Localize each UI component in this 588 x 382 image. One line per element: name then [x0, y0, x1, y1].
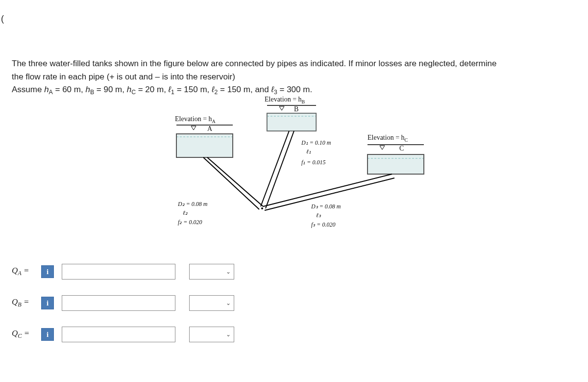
svg-text:D₁ = 0.10 m: D₁ = 0.10 m [301, 139, 331, 146]
label-qc: QC = [12, 329, 41, 340]
svg-text:D₃ = 0.08 m: D₃ = 0.08 m [311, 203, 341, 210]
label-qa: QA = [12, 266, 41, 277]
problem-line-1: The three water-filled tanks shown in th… [12, 58, 580, 70]
chevron-down-icon: ⌄ [226, 268, 231, 275]
svg-line-27 [263, 174, 392, 206]
svg-text:Elevation = hC: Elevation = hC [368, 134, 408, 143]
svg-rect-21 [368, 154, 424, 174]
svg-text:Elevation = hA: Elevation = hA [175, 115, 216, 124]
svg-line-23 [261, 131, 289, 206]
svg-line-25 [203, 157, 259, 209]
problem-text: The three water-filled tanks shown in th… [12, 58, 580, 98]
row-qa: QA = i ⌄ [12, 262, 234, 281]
problem-line-2: the flow rate in each pipe (+ is out and… [12, 71, 580, 83]
input-qc[interactable] [62, 327, 175, 342]
svg-line-26 [207, 157, 263, 206]
svg-marker-17 [380, 146, 385, 150]
chevron-down-icon: ⌄ [226, 331, 231, 338]
svg-text:D₂ = 0.08 m: D₂ = 0.08 m [177, 201, 208, 207]
chevron-down-icon: ⌄ [226, 300, 231, 306]
unit-select-qb[interactable]: ⌄ [189, 295, 234, 311]
svg-text:f₂ = 0.020: f₂ = 0.020 [178, 219, 202, 226]
answer-inputs: QA = i ⌄ QB = i ⌄ QC = i ⌄ [12, 262, 234, 356]
svg-rect-7 [267, 113, 316, 131]
svg-text:ℓ₂: ℓ₂ [183, 209, 188, 216]
svg-text:Elevation = hB: Elevation = hB [265, 96, 305, 104]
info-icon-qb[interactable]: i [41, 297, 54, 309]
svg-marker-10 [191, 126, 196, 130]
svg-point-22 [261, 207, 263, 209]
svg-text:f₃ = 0.020: f₃ = 0.020 [311, 221, 335, 228]
svg-line-24 [266, 131, 294, 208]
svg-text:f₁ = 0.015: f₁ = 0.015 [301, 159, 325, 166]
row-qb: QB = i ⌄ [12, 293, 234, 313]
info-icon-qc[interactable]: i [41, 328, 54, 341]
figure-diagram: Elevation = hB B Elevation = hA A Elevat… [169, 96, 434, 243]
unit-select-qc[interactable]: ⌄ [189, 327, 234, 342]
info-icon-qa[interactable]: i [41, 265, 54, 278]
svg-text:C: C [399, 145, 404, 152]
svg-text:B: B [294, 105, 298, 113]
svg-text:ℓ₃: ℓ₃ [316, 212, 321, 219]
svg-rect-14 [176, 134, 233, 157]
row-qc: QC = i ⌄ [12, 325, 234, 344]
svg-marker-2 [279, 106, 284, 110]
label-qb: QB = [12, 297, 41, 308]
input-qb[interactable] [62, 295, 175, 311]
input-qa[interactable] [62, 264, 175, 280]
unit-select-qa[interactable]: ⌄ [189, 264, 234, 280]
stray-paren: ( [1, 14, 4, 24]
svg-text:A: A [207, 125, 213, 132]
svg-text:ℓ₁: ℓ₁ [306, 148, 311, 155]
